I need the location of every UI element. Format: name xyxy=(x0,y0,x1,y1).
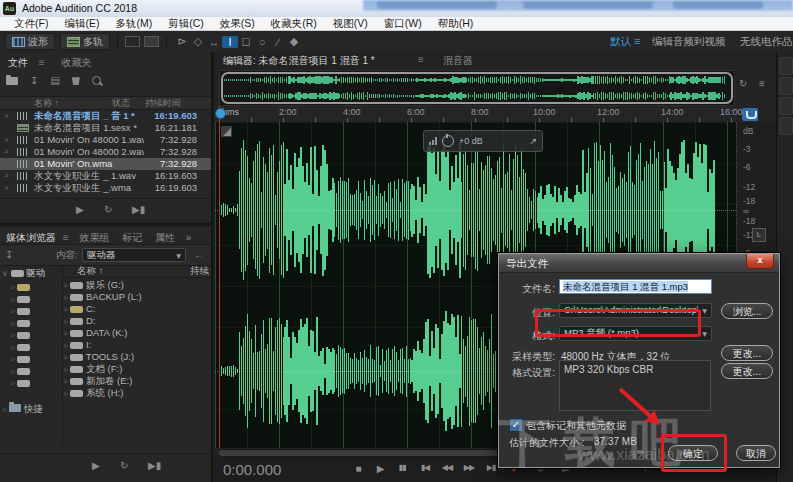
tree-root-label[interactable]: 驱动 xyxy=(26,267,45,278)
back-arrow-icon[interactable]: ← xyxy=(194,249,204,260)
expander-icon[interactable]: > xyxy=(4,134,9,146)
tab-files[interactable]: 文件 xyxy=(8,57,28,68)
move-tool-icon[interactable]: ⊳ xyxy=(174,35,190,48)
auto-play-icon[interactable]: ▶▮ xyxy=(132,204,145,215)
workspace-default[interactable]: 默认 xyxy=(610,35,631,49)
timeline-ruler[interactable]: hms 2:00 4:00 6:00 8:00 10:00 12:00 14:0… xyxy=(215,106,736,123)
auto-play-icon[interactable]: ▶▮ xyxy=(148,460,161,471)
file-row-selected[interactable]: 01 Movin' On.wma 7:32.928 xyxy=(0,158,211,170)
expander-icon[interactable]: > xyxy=(4,170,9,182)
media-panel-menu-icon[interactable]: ≡ xyxy=(63,232,69,243)
menu-multitrack[interactable]: 多轨(M) xyxy=(107,17,160,31)
search-icon[interactable] xyxy=(92,76,101,85)
filename-input[interactable]: 未命名混音项目 1 混音 1.mp3 xyxy=(559,279,712,294)
play-icon[interactable]: ▶ xyxy=(76,204,84,215)
new-item-icon[interactable]: ▤ xyxy=(50,75,59,86)
expander-icon[interactable]: > xyxy=(4,110,9,122)
show-spectral-icon[interactable] xyxy=(144,36,159,47)
dock-button[interactable] xyxy=(779,117,793,135)
menu-window[interactable]: 窗口(W) xyxy=(376,17,430,31)
file-row[interactable]: > 01 Movin' On 48000 1.wav 7:32.928 xyxy=(0,134,211,146)
change-settings-button[interactable]: 更改... xyxy=(721,363,773,379)
dock-button[interactable] xyxy=(779,97,793,115)
menu-clip[interactable]: 剪辑(C) xyxy=(160,17,212,31)
snap-toggle-icon[interactable] xyxy=(742,108,758,121)
files-panel-menu-icon[interactable]: ≡ xyxy=(39,57,45,68)
to-start-icon[interactable]: ▮◀ xyxy=(415,463,435,472)
play-icon[interactable]: ▶ xyxy=(370,463,390,474)
file-row[interactable]: > 水文专业职业生 _.wma 16:19.603 xyxy=(0,182,211,194)
col-duration[interactable]: 持续时间 xyxy=(145,97,181,109)
volume-knob-icon[interactable] xyxy=(442,135,454,147)
col-duration[interactable]: 持续 xyxy=(190,265,209,277)
import-file-icon[interactable]: ↧ xyxy=(30,75,38,86)
open-file-icon[interactable] xyxy=(6,77,18,85)
col-name[interactable]: 名称 ↑ xyxy=(77,265,103,277)
drive-row[interactable]: > D: xyxy=(63,315,95,327)
hud-expand-icon[interactable]: ↗ xyxy=(529,136,537,146)
import-into-files-icon[interactable]: ↧ xyxy=(5,249,13,260)
stop-icon[interactable]: ■ xyxy=(348,463,368,474)
menu-effects[interactable]: 效果(S) xyxy=(212,17,263,31)
waveform-overview[interactable] xyxy=(219,70,735,106)
menu-favorites[interactable]: 收藏夹(R) xyxy=(263,17,325,31)
workspace-edit-av[interactable]: 编辑音频到视频 xyxy=(652,35,726,49)
file-row[interactable]: > 01 Movin' On 48000 2.wav 7:32.928 xyxy=(0,146,211,158)
overview-selection[interactable] xyxy=(221,72,733,104)
file-row[interactable]: > 水文专业职业生 _ 1.wav 16:19.603 xyxy=(0,170,211,182)
drive-row[interactable]: > 文档 (F:) xyxy=(63,363,122,375)
pencil-tool-icon[interactable]: ∕ xyxy=(270,36,286,48)
file-row[interactable]: 未命名混音项目 1.sesx * 16:21.181 xyxy=(0,122,211,134)
dock-button[interactable] xyxy=(779,77,793,95)
drive-row[interactable]: > TOOLS (J:) xyxy=(63,351,134,363)
more-tabs-icon[interactable]: » xyxy=(186,232,192,243)
eraser-tool-icon[interactable]: ◆ xyxy=(286,35,302,48)
content-dropdown[interactable]: 驱动器 ▾ xyxy=(82,248,186,262)
menu-view[interactable]: 视图(V) xyxy=(325,17,376,31)
auto-scroll-icon[interactable]: ↻ xyxy=(739,78,747,89)
marquee-tool-icon[interactable]: ◻ xyxy=(238,35,254,48)
workspace-menu-icon[interactable]: ≡ xyxy=(634,35,640,47)
tab-markers[interactable]: 标记 xyxy=(122,232,142,243)
dock-button[interactable] xyxy=(779,57,793,75)
expander-icon[interactable]: > xyxy=(4,146,9,158)
volume-hud[interactable]: +0 dB ↗ xyxy=(423,130,543,152)
lasso-tool-icon[interactable]: ○ xyxy=(254,36,270,48)
menu-edit[interactable]: 编辑(E) xyxy=(56,17,107,31)
play-icon[interactable]: ▶ xyxy=(92,460,100,471)
col-name[interactable]: 名称 ↑ xyxy=(34,97,59,109)
channel-left-badge[interactable]: L xyxy=(752,228,766,242)
drive-row[interactable]: > BACKUP (L:) xyxy=(63,291,142,303)
close-icon[interactable]: x xyxy=(746,254,774,269)
tab-editor[interactable]: 编辑器: 未命名混音项目 1 混音 1 * xyxy=(223,54,375,68)
tab-effects-rack[interactable]: 效果组 xyxy=(79,232,109,243)
drive-row[interactable]: > I: xyxy=(63,339,91,351)
browse-button[interactable]: 浏览... xyxy=(721,303,773,319)
slip-tool-icon[interactable]: ↔ xyxy=(206,36,222,48)
editor-panel-menu-icon[interactable]: ≡ xyxy=(418,54,424,65)
tab-mixer[interactable]: 混音器 xyxy=(443,54,473,68)
waveform-view-button[interactable]: 波形 xyxy=(5,33,55,50)
corner-handle-icon[interactable] xyxy=(221,126,232,137)
tab-media-browser[interactable]: 媒体浏览器 xyxy=(6,232,56,243)
drive-row[interactable]: > 系统 (H:) xyxy=(63,387,123,399)
cancel-button[interactable]: 取消 xyxy=(736,445,776,461)
loop-icon[interactable]: ↻ xyxy=(104,204,112,215)
change-sample-button[interactable]: 更改... xyxy=(721,345,773,361)
file-row[interactable]: > 未命名混音项目 _ 音 1 * 16:19.603 xyxy=(0,110,211,122)
show-waveform-icon[interactable] xyxy=(125,36,140,47)
menu-file[interactable]: 文件(F) xyxy=(6,17,56,31)
loop-icon[interactable]: ↻ xyxy=(120,460,128,471)
tree-shortcut-label[interactable]: 快捷 xyxy=(24,403,43,414)
multitrack-view-button[interactable]: 多轨 xyxy=(60,33,110,50)
rewind-icon[interactable]: ◀◀ xyxy=(437,463,457,472)
tree-expand-icon[interactable]: > xyxy=(2,405,7,414)
include-markers-checkbox[interactable]: ✓ xyxy=(509,418,523,432)
delete-icon[interactable] xyxy=(72,76,80,85)
drive-row[interactable]: > C: xyxy=(63,303,95,315)
tree-collapse-icon[interactable]: ∨ xyxy=(2,269,8,278)
fast-forward-icon[interactable]: ▶▶ xyxy=(459,463,479,472)
expander-icon[interactable]: > xyxy=(4,182,9,194)
pause-icon[interactable]: ▮▮ xyxy=(392,463,412,472)
drive-row[interactable]: > 娱乐 (G:) xyxy=(63,279,124,291)
